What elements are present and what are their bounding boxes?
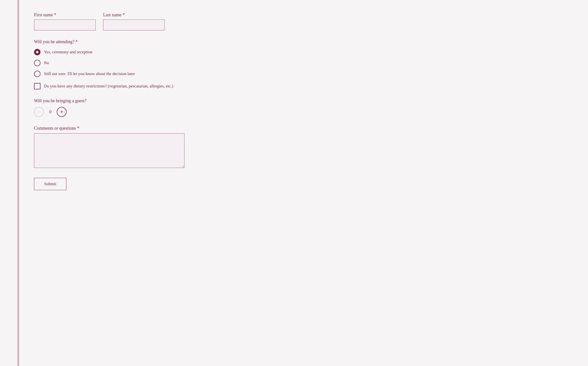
first-name-label: First name * (34, 12, 96, 18)
comments-label: Comments or questions * (34, 126, 197, 131)
guest-label: Will you be bringing a guest? (34, 98, 197, 103)
attending-section: Will you be attending? * Yes, ceremony a… (34, 39, 197, 89)
name-row: First name * Last name * (34, 12, 197, 30)
submit-button[interactable]: Submit (34, 178, 66, 190)
first-name-input[interactable] (34, 20, 96, 30)
guest-stepper: − 0 + (34, 107, 197, 117)
radio-yes-label: Yes, ceremony and reception (44, 50, 92, 55)
dietary-checkbox[interactable] (34, 83, 40, 89)
left-accent-bar (17, 0, 19, 366)
last-name-label: Last name * (103, 12, 165, 18)
radio-unsure[interactable] (34, 71, 40, 77)
radio-option-no[interactable]: No (34, 60, 197, 66)
radio-no-label: No (44, 61, 49, 65)
radio-option-yes[interactable]: Yes, ceremony and reception (34, 49, 197, 55)
stepper-value: 0 (48, 109, 53, 115)
comments-section: Comments or questions * (34, 126, 197, 169)
radio-yes[interactable] (34, 49, 40, 55)
dietary-label: Do you have any dietary restrictions? (v… (44, 84, 173, 89)
radio-unsure-label: Still not sure. I'll let you know about … (44, 71, 135, 76)
attending-radio-group: Yes, ceremony and reception No Still not… (34, 49, 197, 77)
attending-label: Will you be attending? * (34, 39, 197, 44)
first-name-group: First name * (34, 12, 96, 30)
radio-option-unsure[interactable]: Still not sure. I'll let you know about … (34, 71, 197, 77)
guest-section: Will you be bringing a guest? − 0 + (34, 98, 197, 117)
rsvp-form: First name * Last name * Will you be att… (19, 0, 212, 366)
comments-textarea[interactable] (34, 133, 184, 168)
stepper-decrement-button[interactable]: − (34, 107, 44, 117)
radio-no[interactable] (34, 60, 40, 66)
last-name-input[interactable] (103, 20, 165, 30)
dietary-checkbox-option[interactable]: Do you have any dietary restrictions? (v… (34, 83, 197, 89)
stepper-increment-button[interactable]: + (57, 107, 67, 117)
last-name-group: Last name * (103, 12, 165, 30)
